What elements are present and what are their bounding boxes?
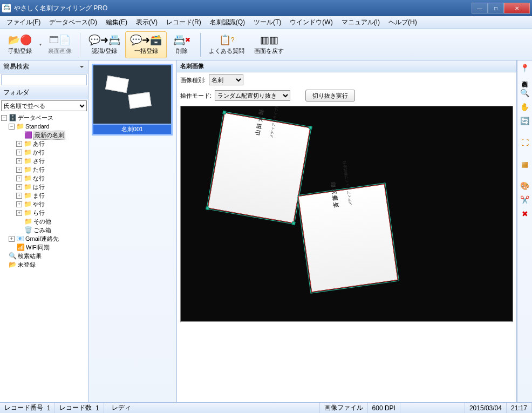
help-icon: 📋? [219,34,235,46]
thumbnail-item[interactable]: 名刺001 [92,64,173,136]
tree-trash[interactable]: 🗑️ごみ箱 [1,226,87,234]
status-dpi: 600 DPI [368,403,400,413]
tree-root[interactable]: −🗄️データベース [1,113,87,122]
sort-select[interactable]: 氏名順で並べる [1,100,87,111]
tree-ta[interactable]: +📁た行 [1,165,87,174]
menu-window[interactable]: ウインドウ(W) [285,16,337,29]
tree-ra[interactable]: +📁ら行 [1,208,87,217]
status-record-count: レコード数 1 [55,403,104,413]
detail-panel: 名刺画像 画像種別: 名刺 操作モード: ランダム配置切り抜き 切り抜き実行 山… [177,60,517,402]
search-input[interactable] [1,75,87,85]
thumbnail-label: 名刺001 [93,125,171,134]
menu-database[interactable]: データベース(D) [45,16,101,29]
folder-open-icon: 📂🔴 [8,34,32,46]
tree-wifi[interactable]: 📶WiFi同期 [1,243,87,252]
menu-view[interactable]: 表示(V) [132,16,162,29]
opmode-select[interactable]: ランダム配置切り抜き [215,90,290,101]
tree-ka[interactable]: +📁か行 [1,148,87,157]
pin-icon[interactable]: 📍 [520,63,530,73]
tree-na[interactable]: +📁な行 [1,174,87,182]
detected-card-1[interactable]: 山 田 太 郎 メディアドライブ株式会社 [208,113,310,222]
status-file: 画像ファイル [320,403,368,413]
recognize-icon: 💬➜📇 [88,34,120,46]
tree-gmail[interactable]: +📧Gmail連絡先 [1,234,87,243]
status-record-no: レコード番号 1 [0,403,55,413]
database-icon: 🗄️ [8,114,17,121]
search-folder-icon: 🔍 [8,252,17,260]
tree-sa[interactable]: +📁さ行 [1,157,87,165]
opmode-label: 操作モード: [180,92,212,100]
zoom-icon[interactable]: 🔍 [520,87,530,98]
tree-other[interactable]: 📁その他 [1,217,87,226]
tree-a[interactable]: +📁あ行 [1,139,87,148]
app-icon [2,4,11,12]
detected-card-2[interactable]: 斉 藤 次 郎 メディアドライブ株式会社 [298,185,397,292]
menubar: ファイル(F) データベース(D) 編集(E) 表示(V) レコード(R) 名刺… [0,16,532,29]
crop-execute-button[interactable]: 切り抜き実行 [305,90,355,101]
colors-icon[interactable]: 🎨 [520,180,530,191]
tree-unregistered[interactable]: 📂未登録 [1,260,87,269]
menu-recognize[interactable]: 名刺認識(Q) [206,16,249,29]
wifi-icon: 📶 [16,243,25,251]
right-toolstrip: 📍 名刺画像 🔍 ✋ 🔄 ⛶ ▦ 🎨 ✂️ ✖ [517,60,532,402]
tb-reset-screen[interactable]: ▥▥ 画面を戻す [249,31,289,58]
gmail-icon: 📧 [16,235,24,242]
collapse-icon[interactable]: ⏷ [79,64,85,70]
minimize-button[interactable]: — [472,3,488,13]
fit-icon[interactable]: ⛶ [520,137,530,148]
tree-ya[interactable]: +📁や行 [1,200,87,208]
rotate-icon[interactable]: 🔄 [520,116,530,126]
batch-icon: 💬➜🗃️ [130,34,162,46]
statusbar: レコード番号 1 レコード数 1 レディ 画像ファイル 600 DPI 2015… [0,402,532,413]
delete-x-icon[interactable]: ✖ [520,208,530,219]
menu-edit[interactable]: 編集(E) [101,16,132,29]
toolbar-separator [200,33,201,57]
menu-file[interactable]: ファイル(F) [2,16,45,29]
detail-header: 名刺画像 [177,60,516,72]
folder-icon: 📁 [23,209,32,216]
imgtype-select[interactable]: 名刺 [209,75,243,85]
close-button[interactable]: ✕ [504,3,530,13]
folder-header-label: フォルダ [3,88,29,97]
tb-manual-register[interactable]: 📂🔴 手動登録 [3,31,37,58]
tree-ha[interactable]: +📁は行 [1,182,87,191]
tree-standard[interactable]: −📁Standard [1,122,87,131]
hand-icon[interactable]: ✋ [520,101,530,112]
layout-reset-icon: ▥▥ [260,34,278,46]
folder-icon: 📁 [23,200,32,208]
tb-delete[interactable]: 📇✖ 削除 [167,31,197,58]
tb-recognize-register[interactable]: 💬➜📇 認識/登録 [84,31,125,58]
imgtype-label: 画像種別: [180,76,206,84]
tb-faq[interactable]: 📋? よくある質問 [204,31,249,58]
cut-icon[interactable]: ✂️ [520,194,530,205]
toolbar-separator [80,33,80,57]
image-preview[interactable]: 山 田 太 郎 メディアドライブ株式会社 斉 藤 次 郎 メディアドライブ株式会… [180,106,513,322]
select-all-icon[interactable]: ▦ [520,159,530,170]
folder-header: フォルダ [0,86,88,99]
menu-help[interactable]: ヘルプ(H) [384,16,421,29]
card-icon: 🟪 [24,131,32,139]
menu-manual[interactable]: マニュアル(I) [337,16,384,29]
search-header: 簡易検索 ⏷ [0,60,88,73]
main-area: 簡易検索 ⏷ フォルダ 氏名順で並べる −🗄️データベース −📁Standard… [0,60,532,402]
menu-record[interactable]: レコード(R) [162,16,206,29]
menu-tool[interactable]: ツール(T) [249,16,285,29]
left-panel: 簡易検索 ⏷ フォルダ 氏名順で並べる −🗄️データベース −📁Standard… [0,60,88,402]
status-time: 21:17 [507,403,532,413]
tb-batch-register[interactable]: 💬➜🗃️ 一括登録 [125,31,167,58]
window-titlebar: やさしく名刺ファイリング PRO — □ ✕ [0,0,532,16]
folder-icon: 📁 [23,174,32,182]
status-ready: レディ [104,403,320,413]
maximize-button[interactable]: □ [488,3,504,13]
folder-icon: 📁 [24,218,32,225]
chevron-down-icon[interactable]: ▾ [38,42,43,47]
status-spacer [400,403,465,413]
tree-search-result[interactable]: 🔍検索結果 [1,252,87,260]
folder-icon: 📁 [23,192,32,199]
folder-icon: 📁 [23,183,32,191]
folder-icon: 📁 [23,148,32,156]
tree-ma[interactable]: +📁ま行 [1,191,87,200]
trash-icon: 🗑️ [24,226,32,234]
thumbnail-panel: 名刺001 [88,60,177,402]
tree-latest[interactable]: 🟪最新の名刺 [1,131,87,139]
